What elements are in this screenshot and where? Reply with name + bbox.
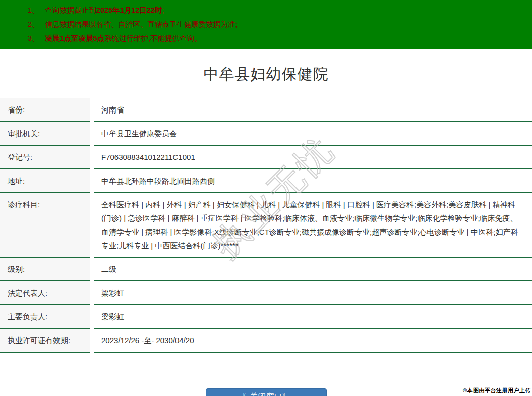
notice-number: 1、	[28, 6, 45, 14]
table-row-license-validity: 执业许可证有效期: 2023/12/26 -至- 2030/04/20	[0, 329, 532, 353]
notice-banner: 1、查询数据截止到2025年1月12日22时; 2、信息数据结果以各省、自治区、…	[0, 0, 532, 49]
table-row-registration-number: 登记号: F7063088341012211C1001	[0, 146, 532, 169]
row-value: 2023/12/26 -至- 2030/04/20	[94, 329, 532, 353]
notice-line-1: 1、查询数据截止到2025年1月12日22时;	[0, 3, 532, 17]
row-value: 中牟县北环路中段路北圃田路西侧	[94, 169, 532, 193]
copyright-note: ©本图由平台注册用户上传	[463, 387, 531, 394]
table-row-address: 地址: 中牟县北环路中段路北圃田路西侧	[0, 169, 532, 193]
notice-text: 系统进行维护,不能提供查询。	[104, 34, 202, 42]
notice-text: 信息数据结果以各省、自治区、直辖市卫生健康委数据为准;	[45, 20, 238, 28]
row-value: 梁彩虹	[94, 281, 532, 305]
row-label: 主要负责人:	[0, 305, 90, 329]
hospital-info-table: 省份: 河南省 审批机关: 中牟县卫生健康委员会 登记号: F706308834…	[0, 98, 532, 353]
notice-text: 查询数据截止到	[45, 6, 97, 14]
table-row-province: 省份: 河南省	[0, 98, 532, 122]
close-window-button[interactable]: 〖关闭窗口〗	[206, 388, 327, 396]
row-label: 诊疗科目:	[0, 193, 90, 258]
row-label: 省份:	[0, 98, 90, 122]
row-label: 登记号:	[0, 146, 90, 169]
row-label: 审批机关:	[0, 122, 90, 146]
table-row-principal: 主要负责人: 梁彩虹	[0, 305, 532, 329]
notice-line-2: 2、信息数据结果以各省、自治区、直辖市卫生健康委数据为准;	[0, 17, 532, 31]
row-value: 二级	[94, 258, 532, 281]
table-row-legal-representative: 法定代表人: 梁彩虹	[0, 281, 532, 305]
row-value: 全科医疗科 | 内科 | 外科 | 妇产科 | 妇女保健科 | 儿科 | 儿童保…	[94, 193, 532, 258]
notice-text: ;	[162, 6, 164, 14]
notice-text-bold: 凌晨1点至凌晨5点	[45, 34, 105, 42]
notice-number: 3、	[28, 34, 45, 42]
notice-number: 2、	[28, 20, 45, 28]
notice-text-bold: 2025年1月12日22时	[96, 6, 162, 14]
table-row-level: 级别: 二级	[0, 258, 532, 281]
table-row-approval-authority: 审批机关: 中牟县卫生健康委员会	[0, 122, 532, 146]
row-value: F7063088341012211C1001	[94, 146, 532, 169]
table-row-medical-subjects: 诊疗科目: 全科医疗科 | 内科 | 外科 | 妇产科 | 妇女保健科 | 儿科…	[0, 193, 532, 258]
notice-line-3: 3、凌晨1点至凌晨5点系统进行维护,不能提供查询。	[0, 31, 532, 45]
row-label: 法定代表人:	[0, 281, 90, 305]
button-row: 〖关闭窗口〗	[0, 388, 532, 396]
row-label: 地址:	[0, 169, 90, 193]
row-label: 级别:	[0, 258, 90, 281]
row-value: 梁彩虹	[94, 305, 532, 329]
row-value: 中牟县卫生健康委员会	[94, 122, 532, 146]
row-value: 河南省	[94, 98, 532, 122]
row-label: 执业许可证有效期:	[0, 329, 90, 353]
page-title: 中牟县妇幼保健院	[0, 64, 532, 85]
